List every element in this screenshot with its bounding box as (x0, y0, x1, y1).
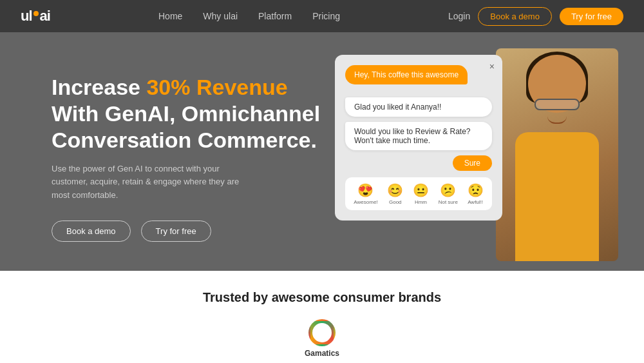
trusted-title: Trusted by awesome consumer brands (39, 290, 605, 305)
hero-content: Increase 30% Revenue With GenAI, Omnicha… (52, 74, 322, 242)
try-free-hero-button[interactable]: Try for free (141, 221, 211, 242)
logo-text: ul (21, 8, 32, 25)
book-demo-nav-button[interactable]: Book a demo (478, 7, 552, 26)
emoji-awful[interactable]: 😟 Awful!! (468, 182, 484, 205)
chat-bubble-2: Glad you liked it Ananya!! (345, 97, 492, 117)
book-demo-hero-button[interactable]: Book a demo (52, 221, 131, 242)
emoji-good[interactable]: 😊 Good (387, 182, 403, 205)
chat-bubble-1: Hey, This coffee this awesome (345, 65, 468, 84)
hero-heading-line2: With GenAI, Omnichannel (52, 101, 320, 126)
logo-dot (33, 11, 39, 16)
awesome-emoji: 😍 (357, 182, 374, 198)
gamatics-circle-icon (308, 319, 336, 346)
try-free-nav-button[interactable]: Try for free (560, 8, 623, 25)
nav-links: Home Why ulai Platform Pricing (158, 10, 340, 22)
good-label: Good (389, 199, 402, 205)
person-image (496, 48, 618, 261)
gamatics-logo: Gamatics (305, 319, 339, 358)
hmm-label: Hmm (415, 199, 427, 205)
chat-widget: × Hey, This coffee this awesome Glad you… (335, 55, 502, 221)
trusted-section: Trusted by awesome consumer brands Gamat… (0, 271, 644, 363)
logo: ul ai (21, 8, 50, 25)
emoji-awesome[interactable]: 😍 Awesome! (354, 182, 377, 205)
person-body (515, 132, 599, 261)
chat-close-icon[interactable]: × (489, 61, 495, 72)
emoji-hmm[interactable]: 😐 Hmm (413, 182, 429, 205)
awful-label: Awful!! (468, 199, 483, 205)
hero-section: + + ✦ ✦ Increase 30% Revenue With GenAI,… (0, 32, 644, 271)
trusted-logos: Gamatics (39, 319, 605, 358)
gamatics-name: Gamatics (305, 349, 339, 358)
hero-heading-line3: Conversation Commerce. (52, 128, 317, 152)
login-button[interactable]: Login (448, 11, 470, 21)
awesome-label: Awesome! (354, 199, 377, 205)
hero-buttons: Book a demo Try for free (52, 221, 322, 242)
person-glasses (535, 99, 580, 110)
hero-heading-highlight: 30% Revenue (146, 75, 287, 99)
nav-actions: Login Book a demo Try for free (448, 7, 623, 26)
chat-bubble-3: Would you like to Review & Rate? Won't t… (345, 122, 492, 150)
hmm-emoji: 😐 (413, 182, 429, 198)
not-sure-label: Not sure (439, 199, 458, 205)
person-head (528, 55, 586, 113)
person-smile (547, 116, 567, 124)
logo-text-2: ai (40, 8, 50, 25)
nav-pricing[interactable]: Pricing (312, 11, 340, 21)
nav-why-ulai[interactable]: Why ulai (203, 11, 238, 21)
nav-platform[interactable]: Platform (258, 11, 292, 21)
emoji-not-sure[interactable]: 😕 Not sure (439, 182, 458, 205)
navbar: ul ai Home Why ulai Platform Pricing Log… (0, 0, 644, 32)
hero-subtext: Use the power of Gen AI to connect with … (52, 162, 258, 202)
sure-button[interactable]: Sure (453, 155, 492, 171)
hero-heading-pre: Increase (52, 75, 146, 99)
hero-visual: × Hey, This coffee this awesome Glad you… (335, 55, 605, 261)
emoji-row: 😍 Awesome! 😊 Good 😐 Hmm 😕 Not sure 😟 (345, 177, 492, 210)
not-sure-emoji: 😕 (440, 182, 456, 198)
gamatics-inner (312, 323, 332, 342)
awful-emoji: 😟 (468, 182, 484, 198)
chat-sure-row: Sure (345, 155, 492, 171)
hero-heading: Increase 30% Revenue With GenAI, Omnicha… (52, 74, 322, 153)
good-emoji: 😊 (387, 182, 403, 198)
nav-home[interactable]: Home (158, 11, 182, 21)
